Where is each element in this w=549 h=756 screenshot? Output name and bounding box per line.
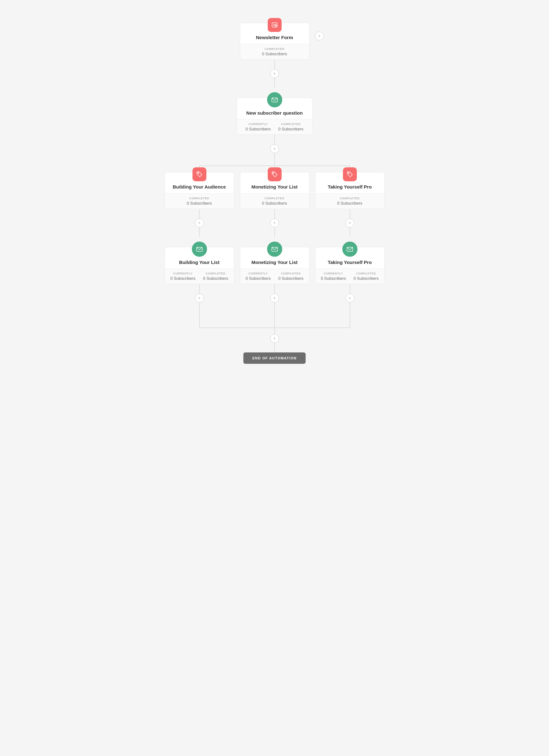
end-automation-button[interactable]: END OF AUTOMATION (243, 352, 305, 364)
monetizing-list-2-card[interactable]: Monetizing Your List CURRENTLY 0 Subscri… (240, 247, 310, 285)
branch-col-center-2: Monetizing Your List CURRENTLY 0 Subscri… (239, 237, 310, 315)
connector-left-3 (199, 284, 200, 294)
taking-pro-2-title: Taking Yourself Pro (328, 259, 372, 266)
plus-right-1[interactable]: + (346, 219, 354, 227)
building-list-title: Building Your List (179, 259, 220, 266)
plus-right-2[interactable]: + (346, 294, 354, 303)
taking-pro-2-stats: CURRENTLY 0 Subscribers COMPLETED 0 Subs… (316, 268, 384, 284)
building-list-card[interactable]: Building Your List CURRENTLY 0 Subscribe… (165, 247, 234, 285)
branch-col-right: Taking Yourself Pro COMPLETED 0 Subscrib… (315, 172, 385, 237)
connector-center-2 (274, 227, 275, 237)
newsletter-form-title: Newsletter Form (256, 34, 293, 41)
newsletter-form-card[interactable]: Newsletter Form COMPLETED 0 Subscribers (240, 23, 310, 60)
monetizing-list-2-stats: CURRENTLY 0 Subscribers COMPLETED 0 Subs… (240, 268, 309, 284)
tag-icon-1 (192, 167, 206, 181)
email-icon-4 (342, 242, 358, 257)
automation-canvas: Newsletter Form COMPLETED 0 Subscribers … (123, 13, 426, 364)
branch-col-center: Monetizing Your List COMPLETED 0 Subscri… (239, 172, 310, 237)
connector-center-4 (274, 303, 275, 315)
tag-icon-3 (343, 167, 357, 181)
connector-right-3 (350, 284, 350, 294)
connector-left-1 (199, 209, 200, 219)
new-subscriber-title: New subscriber question (246, 110, 303, 116)
building-audience-stats: COMPLETED 0 Subscribers (165, 193, 234, 209)
newsletter-form-stats: COMPLETED 0 Subscribers (240, 44, 309, 59)
monetizing-list-1-title: Monetizing Your List (251, 184, 298, 190)
tag-icon-2 (268, 167, 282, 181)
connector-center-1 (274, 209, 275, 219)
branch-row-2: Building Your List CURRENTLY 0 Subscribe… (164, 237, 385, 315)
monetizing-list-2-title: Monetizing Your List (251, 259, 298, 266)
form-icon (268, 18, 282, 32)
new-subscriber-section: New subscriber question CURRENTLY 0 Subs… (123, 87, 426, 172)
connector-v2 (274, 78, 275, 87)
branch-col-right-2: Taking Yourself Pro CURRENTLY 0 Subscrib… (315, 237, 385, 315)
newsletter-form-section: Newsletter Form COMPLETED 0 Subscribers … (123, 13, 426, 87)
building-audience-card[interactable]: Building Your Audience COMPLETED 0 Subsc… (165, 172, 234, 209)
email-icon-2 (192, 242, 207, 257)
plus-left-1[interactable]: + (195, 219, 204, 227)
new-subscriber-stats: CURRENTLY 0 Subscribers COMPLETED 0 Subs… (237, 119, 312, 135)
branch-col-left: Building Your Audience COMPLETED 0 Subsc… (164, 172, 235, 237)
connector-center-3 (274, 284, 275, 294)
merge-svg (164, 315, 385, 334)
branch-col-left-2: Building Your List CURRENTLY 0 Subscribe… (164, 237, 235, 315)
email-icon-1 (267, 92, 282, 107)
plus-center-1[interactable]: + (270, 219, 279, 227)
monetizing-list-1-stats: COMPLETED 0 Subscribers (240, 193, 309, 209)
building-audience-title: Building Your Audience (172, 184, 226, 190)
connector-v3 (274, 135, 275, 144)
svg-rect-3 (275, 25, 277, 26)
connector-right-2 (350, 227, 350, 237)
merge-connector (164, 315, 385, 334)
plus-center-2[interactable]: + (270, 294, 279, 303)
newsletter-form-side-plus[interactable]: + (315, 32, 324, 40)
connector-right-1 (350, 209, 350, 219)
monetizing-list-1-card[interactable]: Monetizing Your List COMPLETED 0 Subscri… (240, 172, 310, 209)
email-icon-3 (267, 242, 282, 257)
taking-pro-1-card[interactable]: Taking Yourself Pro COMPLETED 0 Subscrib… (315, 172, 385, 209)
connector-right-4 (350, 303, 350, 315)
taking-pro-2-card[interactable]: Taking Yourself Pro CURRENTLY 0 Subscrib… (315, 247, 385, 285)
plus-after-subscriber-question[interactable]: + (270, 144, 279, 153)
new-subscriber-card[interactable]: New subscriber question CURRENTLY 0 Subs… (237, 98, 313, 135)
svg-point-11 (348, 173, 349, 174)
connector-left-2 (199, 227, 200, 237)
plus-left-2[interactable]: + (195, 294, 204, 303)
taking-pro-1-title: Taking Yourself Pro (328, 184, 372, 190)
building-list-stats: CURRENTLY 0 Subscribers COMPLETED 0 Subs… (165, 268, 234, 284)
plus-bottom[interactable]: + (270, 334, 279, 343)
branch-row-1: Building Your Audience COMPLETED 0 Subsc… (164, 172, 385, 237)
svg-point-10 (273, 173, 274, 174)
plus-after-newsletter[interactable]: + (270, 69, 279, 78)
taking-pro-1-stats: COMPLETED 0 Subscribers (316, 193, 384, 209)
connector-v1 (274, 60, 275, 69)
svg-point-9 (197, 173, 198, 174)
connector-bottom (274, 343, 275, 352)
connector-left-4 (199, 303, 200, 315)
